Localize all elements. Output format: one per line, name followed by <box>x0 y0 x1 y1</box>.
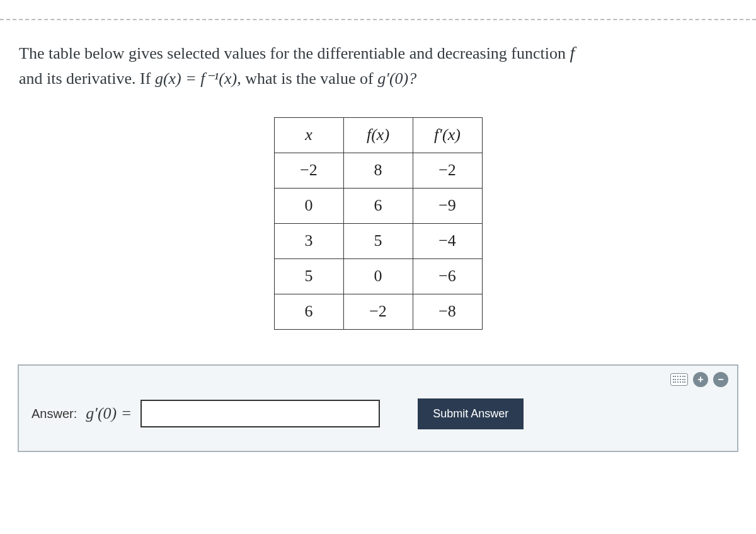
answer-input[interactable] <box>140 400 380 427</box>
cell: 5 <box>274 258 343 294</box>
answer-row: Answer: g′(0) = Submit Answer <box>32 398 724 429</box>
question-line2-pre: and its derivative. If <box>19 69 155 88</box>
function-table: x f(x) f′(x) −2 8 −2 0 6 −9 3 5 −4 5 0 <box>274 117 483 330</box>
table-row: −2 8 −2 <box>274 153 482 188</box>
cell: 6 <box>343 188 413 223</box>
question-gprime: g′(0)? <box>377 69 416 88</box>
zoom-out-icon[interactable]: − <box>713 372 728 387</box>
table-row: 0 6 −9 <box>274 188 482 223</box>
table-header-row: x f(x) f′(x) <box>274 117 482 153</box>
header-fx: f(x) <box>343 117 413 153</box>
cell: −9 <box>413 188 482 223</box>
question-f-symbol: f <box>570 43 575 62</box>
cell: 8 <box>343 153 413 188</box>
answer-label: Answer: <box>32 407 77 421</box>
question-equation: g(x) = f⁻¹(x), <box>155 69 241 88</box>
cell: 5 <box>343 223 413 258</box>
keyboard-icon[interactable] <box>670 373 688 386</box>
question-content: The table below gives selected values fo… <box>0 20 756 330</box>
header-fprime: f′(x) <box>413 117 482 153</box>
answer-panel: + − Answer: g′(0) = Submit Answer <box>18 364 738 452</box>
cell: 6 <box>274 294 343 329</box>
submit-button[interactable]: Submit Answer <box>418 398 524 429</box>
cell: 0 <box>343 258 413 294</box>
cell: 0 <box>274 188 343 223</box>
table-row: 5 0 −6 <box>274 258 482 294</box>
cell: 3 <box>274 223 343 258</box>
cell: −8 <box>413 294 482 329</box>
header-x: x <box>274 117 343 153</box>
question-line2-post: what is the value of <box>241 69 378 88</box>
input-toolbar: + − <box>670 372 728 387</box>
cell: −2 <box>343 294 413 329</box>
answer-expression: g′(0) = <box>86 404 132 423</box>
question-line1-pre: The table below gives selected values fo… <box>19 44 570 62</box>
table-row: 3 5 −4 <box>274 223 482 258</box>
table-row: 6 −2 −8 <box>274 294 482 329</box>
zoom-in-icon[interactable]: + <box>693 372 708 387</box>
table-container: x f(x) f′(x) −2 8 −2 0 6 −9 3 5 −4 5 0 <box>19 117 737 330</box>
cell: −4 <box>413 223 482 258</box>
cell: −6 <box>413 258 482 294</box>
cell: −2 <box>413 153 482 188</box>
question-text: The table below gives selected values fo… <box>19 39 737 92</box>
cell: −2 <box>274 153 343 188</box>
